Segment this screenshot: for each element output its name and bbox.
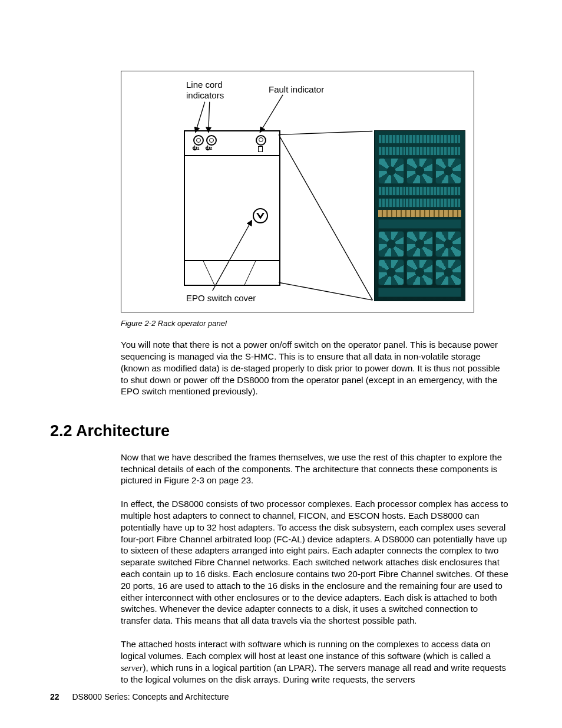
svg-line-5 xyxy=(279,134,372,300)
rack-photo xyxy=(374,130,465,301)
led-2-label: ⏻2 xyxy=(205,146,212,152)
svg-line-4 xyxy=(279,131,372,135)
section-heading-2-2: 2.2 Architecture xyxy=(50,421,512,442)
svg-line-2 xyxy=(260,95,283,133)
operator-panel-schematic: ⏻1 ⏻2 xyxy=(184,130,280,286)
svg-line-0 xyxy=(196,102,205,133)
fault-led xyxy=(256,135,266,146)
figure-2-2: Line cord indicators Fault indicator EPO… xyxy=(121,71,474,312)
svg-line-1 xyxy=(209,102,210,133)
paragraph-arch-hosts: The attached hosts interact with softwar… xyxy=(121,638,510,686)
paragraph-panel-note: You will note that there is not a power … xyxy=(121,339,510,397)
server-term: server xyxy=(121,663,143,673)
led-1-label: ⏻1 xyxy=(192,146,199,152)
page-number: 22 xyxy=(50,692,59,701)
book-title: DS8000 Series: Concepts and Architecture xyxy=(72,692,229,701)
paragraph-arch-intro: Now that we have described the frames th… xyxy=(121,452,510,486)
page-footer: 22 DS8000 Series: Concepts and Architect… xyxy=(50,691,229,702)
svg-line-6 xyxy=(279,282,372,300)
line-cord-led-1 xyxy=(193,135,204,146)
label-fault-indicator: Fault indicator xyxy=(269,84,324,95)
line-cord-led-2 xyxy=(206,135,217,146)
epo-switch-icon xyxy=(253,208,268,223)
fault-mark-icon xyxy=(258,146,263,152)
paragraph-arch-detail: In effect, the DS8000 consists of two pr… xyxy=(121,498,510,627)
figure-caption: Figure 2-2 Rack operator panel xyxy=(121,318,474,328)
label-line-cord-indicators: Line cord indicators xyxy=(186,80,224,101)
label-epo-switch-cover: EPO switch cover xyxy=(186,293,256,304)
